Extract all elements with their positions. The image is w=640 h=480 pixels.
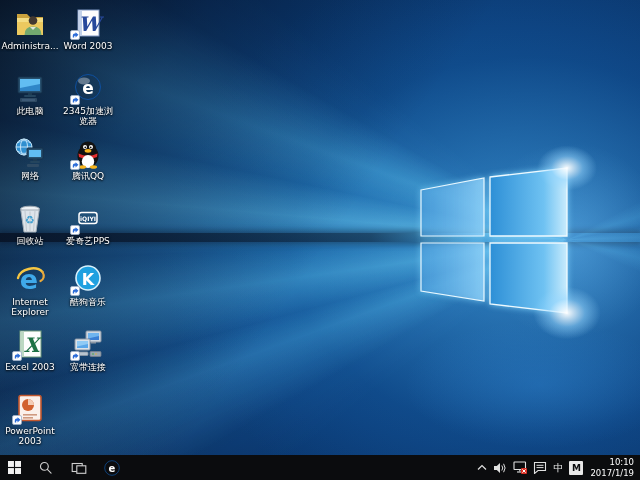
desktop-icon-tencent-qq[interactable]: 腾讯QQ bbox=[59, 137, 117, 181]
desktop-icon-powerpoint-2003[interactable]: PowerPoint 2003 bbox=[1, 392, 59, 446]
shortcut-arrow-icon bbox=[12, 415, 22, 425]
ime-mode-icon[interactable]: 中 bbox=[550, 455, 566, 480]
search-button[interactable] bbox=[29, 455, 62, 480]
desktop-icon-label: 爱奇艺PPS bbox=[59, 236, 117, 246]
svg-text:e: e bbox=[82, 78, 94, 98]
computer-icon bbox=[14, 72, 46, 104]
desktop-icon-label: 网络 bbox=[1, 171, 59, 181]
shortcut-arrow-icon bbox=[70, 225, 80, 235]
desktop-icon-label: Word 2003 bbox=[59, 41, 117, 51]
iqiyi-icon: iQIYI bbox=[72, 202, 104, 234]
shortcut-arrow-icon bbox=[70, 95, 80, 105]
excel-icon: X bbox=[14, 328, 46, 360]
network-status-icon[interactable] bbox=[510, 455, 530, 480]
hidden-icons-icon[interactable] bbox=[474, 455, 490, 480]
desktop-icon-recycle-bin[interactable]: ♻ 回收站 bbox=[1, 202, 59, 246]
desktop-icon-label: 回收站 bbox=[1, 236, 59, 246]
shortcut-arrow-icon bbox=[70, 351, 80, 361]
user-folder-icon bbox=[14, 7, 46, 39]
word-icon: W bbox=[72, 7, 104, 39]
ime-lang-icon[interactable]: M bbox=[569, 461, 583, 475]
start-button[interactable] bbox=[0, 455, 29, 480]
shortcut-arrow-icon bbox=[70, 160, 80, 170]
desktop-icon-label: 酷狗音乐 bbox=[59, 297, 117, 307]
shortcut-arrow-icon bbox=[12, 351, 22, 361]
svg-text:e: e bbox=[108, 462, 115, 473]
magnifier-icon bbox=[39, 461, 52, 474]
network-disconnected-glyph bbox=[513, 461, 527, 474]
kugou-icon: K bbox=[72, 263, 104, 295]
desktop-icon-excel-2003[interactable]: X Excel 2003 bbox=[1, 328, 59, 372]
desktop[interactable]: Administra... W Word 2003 此电脑 e 2345加速浏览… bbox=[0, 0, 640, 480]
taskbar-clock[interactable]: 10:10 2017/1/19 bbox=[586, 457, 640, 479]
svg-text:♻: ♻ bbox=[25, 214, 35, 227]
task-view-button[interactable] bbox=[62, 455, 95, 480]
desktop-icon-iqiyi-pps[interactable]: iQIYI 爱奇艺PPS bbox=[59, 202, 117, 246]
desktop-icon-label: 此电脑 bbox=[1, 106, 59, 116]
desktop-icon-label: 腾讯QQ bbox=[59, 171, 117, 181]
desktop-icon-label: Internet Explorer bbox=[1, 297, 59, 317]
blue-e-circle-icon: e bbox=[104, 460, 120, 476]
message-bubble-glyph bbox=[533, 461, 547, 474]
powerpoint-icon bbox=[14, 392, 46, 424]
desktop-icon-network[interactable]: 网络 bbox=[1, 137, 59, 181]
windows-logo-icon bbox=[8, 461, 21, 474]
svg-text:W: W bbox=[78, 12, 104, 36]
ie-icon: e bbox=[14, 263, 46, 295]
chevron-up-glyph bbox=[477, 464, 487, 471]
svg-text:iQIYI: iQIYI bbox=[80, 215, 96, 222]
desktop-icon-this-pc[interactable]: 此电脑 bbox=[1, 72, 59, 116]
shortcut-arrow-icon bbox=[70, 286, 80, 296]
pinned-browser-button[interactable]: e bbox=[95, 455, 128, 480]
clock-date: 2017/1/19 bbox=[590, 468, 634, 479]
desktop-icon-internet-explorer[interactable]: e Internet Explorer bbox=[1, 263, 59, 317]
network-globe-icon bbox=[14, 137, 46, 169]
desktop-icon-administrator[interactable]: Administra... bbox=[1, 7, 59, 51]
desktop-icon-label: Administra... bbox=[1, 41, 59, 51]
action-center-icon[interactable] bbox=[530, 455, 550, 480]
desktop-icon-label: 2345加速浏览器 bbox=[59, 106, 117, 126]
system-tray: 中M bbox=[474, 455, 586, 480]
desktop-icon-word-2003[interactable]: W Word 2003 bbox=[59, 7, 117, 51]
taskbar-buttons: e bbox=[0, 455, 128, 480]
svg-text:K: K bbox=[82, 270, 95, 289]
desktop-icon-grid: Administra... W Word 2003 此电脑 e 2345加速浏览… bbox=[0, 0, 640, 455]
clock-time: 10:10 bbox=[590, 457, 634, 468]
desktop-icon-label: Excel 2003 bbox=[1, 362, 59, 372]
desktop-icon-label: 宽带连接 bbox=[59, 362, 117, 372]
recycle-bin-icon: ♻ bbox=[14, 202, 46, 234]
desktop-icon-kugou-music[interactable]: K 酷狗音乐 bbox=[59, 263, 117, 307]
volume-icon[interactable] bbox=[490, 455, 510, 480]
desktop-icon-label: PowerPoint 2003 bbox=[1, 426, 59, 446]
taskbar: e 中M 10:10 2017/1/19 bbox=[0, 455, 640, 480]
broadband-icon bbox=[72, 328, 104, 360]
speaker-glyph bbox=[493, 462, 507, 474]
qq-penguin-icon bbox=[72, 137, 104, 169]
browser-e-icon: e bbox=[72, 72, 104, 104]
task-view-icon bbox=[71, 461, 87, 475]
shortcut-arrow-icon bbox=[70, 30, 80, 40]
desktop-icon-broadband[interactable]: 宽带连接 bbox=[59, 328, 117, 372]
desktop-icon-browser-2345[interactable]: e 2345加速浏览器 bbox=[59, 72, 117, 126]
